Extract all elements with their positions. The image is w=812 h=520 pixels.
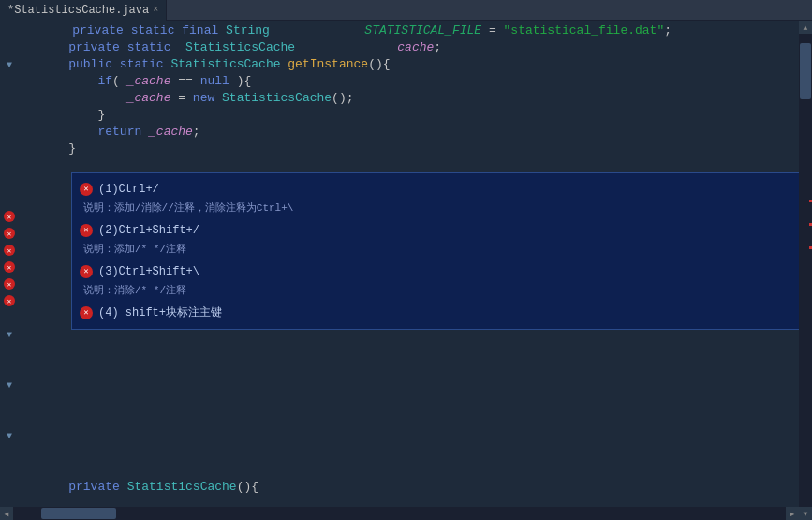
- fold-icon-line3[interactable]: ▼: [2, 56, 17, 73]
- tooltip-desc-2: 说明：添加/* */注释: [80, 241, 799, 258]
- tooltip-error-icon-2: ✕: [80, 224, 93, 237]
- fold-icon-method[interactable]: ▼: [2, 427, 17, 444]
- tooltip-shortcut-1: (1)Ctrl+/: [98, 179, 159, 200]
- type-name: String: [226, 22, 270, 39]
- tooltip-row-3: ✕ (3)Ctrl+Shift+\: [80, 261, 799, 282]
- scrollbar-vertical[interactable]: ▲ ▼: [799, 21, 812, 520]
- tooltip-shortcut-4: (4) shift+块标注主键: [98, 303, 222, 323]
- tooltip-error-icon-3: ✕: [80, 265, 93, 278]
- code-line: public static StatisticsCache getInstanc…: [39, 56, 799, 73]
- code-line: return _cache ;: [39, 124, 799, 141]
- keyword: static: [131, 22, 175, 39]
- tooltip-error-icon-4: ✕: [80, 306, 93, 319]
- tab-bar: *StatisticsCache.java ×: [0, 0, 812, 21]
- scroll-down-button[interactable]: ▼: [799, 507, 812, 520]
- code-line: private static StatisticsCache _cache ;: [39, 39, 799, 56]
- tooltip-row-2: ✕ (2)Ctrl+Shift+/: [80, 220, 799, 241]
- string-literal: "statistical_file.dat": [504, 22, 665, 39]
- error-icon-6: ✕: [2, 292, 17, 309]
- scroll-h-track[interactable]: [13, 507, 786, 520]
- error-icon-4: ✕: [2, 259, 17, 275]
- code-line: if ( _cache == null ){: [39, 73, 799, 90]
- code-line: }: [39, 107, 799, 124]
- tooltip-error-icon: ✕: [80, 183, 93, 196]
- tooltip-row-1: ✕ (1)Ctrl+/: [80, 179, 799, 200]
- scroll-right-button[interactable]: ▶: [786, 507, 799, 520]
- scroll-up-button[interactable]: ▲: [799, 21, 812, 34]
- fold-icon-constructor[interactable]: ▼: [2, 326, 17, 343]
- error-icon-2: ✕: [2, 225, 17, 242]
- keyword: final: [182, 22, 218, 39]
- scrollbar-horizontal[interactable]: ◀ ▶: [0, 507, 799, 520]
- code-editor[interactable]: private static final String STATISTICAL_…: [36, 21, 799, 520]
- fold-icon-javadoc[interactable]: ▼: [2, 377, 17, 394]
- error-icon-1: ✕: [2, 208, 17, 225]
- error-icon-3: ✕: [2, 242, 17, 259]
- close-tab-button[interactable]: ×: [153, 5, 158, 15]
- editor-tab[interactable]: *StatisticsCache.java ×: [0, 0, 167, 21]
- code-line: _cache = new StatisticsCache ();: [39, 90, 799, 107]
- scroll-thumb[interactable]: [800, 43, 811, 99]
- tooltip-desc-1: 说明：添加/消除//注释，消除注释为Ctrl+\: [80, 200, 799, 216]
- scroll-track[interactable]: [799, 34, 812, 507]
- scroll-left-button[interactable]: ◀: [0, 507, 13, 520]
- tooltip-row-4: ✕ (4) shift+块标注主键: [80, 303, 799, 323]
- tooltip-desc-3: 说明：消除/* */注释: [80, 282, 799, 299]
- code-line: }: [39, 141, 799, 157]
- field-name: STATISTICAL_FILE: [364, 22, 481, 39]
- tooltip-shortcut-2: (2)Ctrl+Shift+/: [98, 220, 199, 241]
- tooltip-shortcut-3: (3)Ctrl+Shift+\: [98, 261, 199, 282]
- gutter: ▼ ✕ ✕ ✕ ✕ ✕ ✕ ▼ ▼ ▼: [0, 21, 36, 520]
- error-icon-5: ✕: [2, 275, 17, 292]
- code-line: private static final String STATISTICAL_…: [39, 22, 799, 39]
- keyword: private: [72, 22, 124, 39]
- editor-container: ▼ ✕ ✕ ✕ ✕ ✕ ✕ ▼ ▼ ▼: [0, 21, 812, 520]
- tooltip-popup: ✕ (1)Ctrl+/ 说明：添加/消除//注释，消除注释为Ctrl+\ ✕ (…: [71, 172, 799, 330]
- tab-title: *StatisticsCache.java: [7, 4, 149, 17]
- code-line: private StatisticsCache (){: [39, 479, 799, 496]
- scroll-h-thumb[interactable]: [41, 508, 116, 519]
